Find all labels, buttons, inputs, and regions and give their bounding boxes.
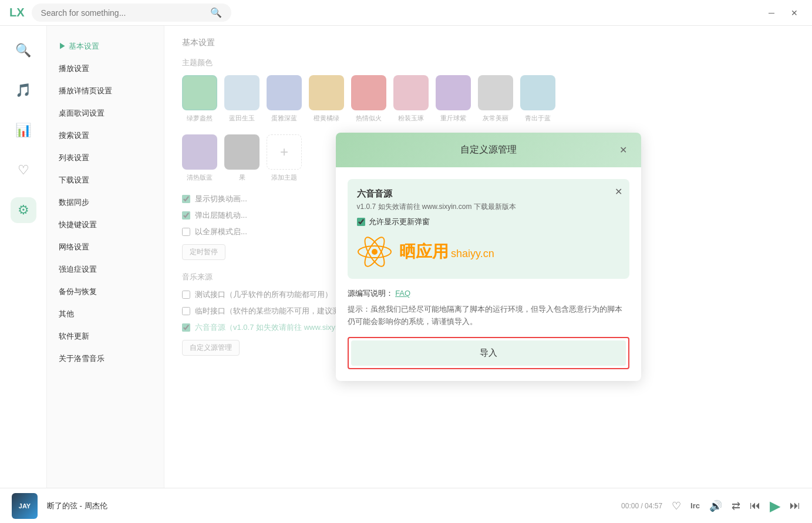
modal-title: 自定义源管理: [442, 144, 535, 156]
minimize-button[interactable]: ─: [764, 6, 779, 20]
atom-icon: [357, 234, 392, 269]
plugin-allow-update-checkbox[interactable]: [357, 218, 365, 226]
plugin-logo-area: 晒应用 shaiyy.cn: [357, 234, 620, 269]
nav-item-ocd[interactable]: 强迫症设置: [47, 258, 164, 281]
modal: 自定义源管理 ✕ ✕ 六音音源 v1.0.7 如失效请前往 www.sixyin…: [336, 133, 641, 382]
nav-item-search[interactable]: 搜索设置: [47, 124, 164, 147]
nav-item-list[interactable]: 列表设置: [47, 147, 164, 169]
next-btn[interactable]: ⏭: [790, 500, 800, 512]
player-cover-text: JAY: [19, 502, 31, 509]
content-area: 基本设置 主题颜色 绿萝盎然 蓝田生玉 蛋雅深蓝 橙黄橘绿: [164, 26, 812, 488]
volume-btn[interactable]: 🔊: [709, 500, 722, 512]
like-btn[interactable]: ♡: [672, 500, 681, 512]
sidebar-icon-search[interactable]: 🔍: [11, 38, 36, 63]
modal-header: 自定义源管理 ✕: [336, 133, 641, 167]
player-time: 00:00 / 04:57: [621, 502, 662, 510]
search-icon: 🔍: [210, 7, 222, 18]
nav-item-about[interactable]: 关于洛雪音乐: [47, 347, 164, 370]
app-container: LX 🔍 ─ ✕ 🔍 🎵 📊 ♡ ⚙ ▶ 基本设置 播放设置 播放详情页设置 桌…: [0, 0, 812, 523]
sidebar-icon-settings[interactable]: ⚙: [11, 197, 36, 223]
nav-item-other[interactable]: 其他: [47, 303, 164, 325]
nav-item-hotkeys[interactable]: 快捷键设置: [47, 214, 164, 236]
plugin-allow-update-label: 允许显示更新弹窗: [369, 217, 430, 227]
player-cover: JAY: [12, 493, 38, 519]
sidebar-icon-chart[interactable]: 📊: [11, 117, 36, 143]
search-bar: 🔍: [32, 4, 231, 22]
import-button[interactable]: 导入: [351, 340, 626, 366]
sidebar-icon-heart[interactable]: ♡: [11, 157, 36, 183]
modal-overlay: 自定义源管理 ✕ ✕ 六音音源 v1.0.7 如失效请前往 www.sixyin…: [164, 26, 812, 488]
nav-item-download[interactable]: 下载设置: [47, 169, 164, 191]
modal-body: ✕ 六音音源 v1.0.7 如失效请前往 www.sixyin.com 下载最新…: [336, 167, 641, 382]
source-link-label: 源编写说明：: [348, 289, 393, 298]
nav-item-detail[interactable]: 播放详情页设置: [47, 80, 164, 102]
nav-item-basic[interactable]: ▶ 基本设置: [47, 35, 164, 58]
import-btn-wrapper: 导入: [348, 337, 629, 369]
svg-point-0: [372, 249, 378, 255]
bottom-player: JAY 断了的弦 - 周杰伦 00:00 / 04:57 ♡ lrc 🔊 ⇄ ⏮…: [0, 488, 812, 523]
sidebar: 🔍 🎵 📊 ♡ ⚙: [0, 26, 47, 488]
nav-item-network[interactable]: 网络设置: [47, 236, 164, 258]
plugin-version: v1.0.7 如失效请前往 www.sixyin.com 下载最新版本: [357, 202, 620, 212]
title-bar-right: ─ ✕: [764, 6, 803, 20]
player-controls: ♡ lrc 🔊 ⇄ ⏮ ▶ ⏭: [672, 498, 800, 514]
nav-item-backup[interactable]: 备份与恢复: [47, 281, 164, 303]
prev-btn[interactable]: ⏮: [750, 500, 760, 512]
plugin-card: ✕ 六音音源 v1.0.7 如失效请前往 www.sixyin.com 下载最新…: [348, 179, 629, 279]
watermark-text: 晒应用: [399, 242, 449, 261]
plugin-card-close-btn[interactable]: ✕: [615, 186, 622, 197]
nav-item-update[interactable]: 软件更新: [47, 325, 164, 347]
nav-item-playback[interactable]: 播放设置: [47, 58, 164, 80]
sidebar-icon-music[interactable]: 🎵: [11, 77, 36, 103]
app-logo: LX: [9, 6, 25, 19]
plugin-name: 六音音源: [357, 188, 620, 200]
watermark-sub: shaiyy.cn: [451, 248, 494, 259]
source-link-row: 源编写说明： FAQ: [348, 288, 629, 299]
plugin-checkbox-row: 允许显示更新弹窗: [357, 217, 620, 227]
close-button[interactable]: ✕: [786, 6, 803, 20]
nav-item-lyrics[interactable]: 桌面歌词设置: [47, 102, 164, 124]
title-bar-left: LX 🔍: [9, 4, 231, 22]
modal-close-btn[interactable]: ✕: [617, 142, 629, 158]
search-input[interactable]: [41, 8, 205, 18]
repeat-btn[interactable]: ⇄: [732, 500, 740, 512]
title-bar: LX 🔍 ─ ✕: [0, 0, 812, 26]
lyrics-btn[interactable]: lrc: [690, 501, 700, 510]
player-info: 断了的弦 - 周杰伦: [47, 501, 107, 511]
faq-link[interactable]: FAQ: [395, 289, 410, 298]
warning-text: 提示：虽然我们已经尽可能地隔离了脚本的运行环境，但导入包含恶意行为的脚本仍可能会…: [348, 303, 629, 328]
nav-panel: ▶ 基本设置 播放设置 播放详情页设置 桌面歌词设置 搜索设置 列表设置 下载设…: [47, 26, 164, 488]
play-btn[interactable]: ▶: [770, 498, 780, 514]
player-title: 断了的弦 - 周杰伦: [47, 501, 107, 511]
watermark-area: 晒应用 shaiyy.cn: [399, 241, 494, 263]
nav-item-sync[interactable]: 数据同步: [47, 191, 164, 214]
main-layout: 🔍 🎵 📊 ♡ ⚙ ▶ 基本设置 播放设置 播放详情页设置 桌面歌词设置 搜索设…: [0, 26, 812, 488]
